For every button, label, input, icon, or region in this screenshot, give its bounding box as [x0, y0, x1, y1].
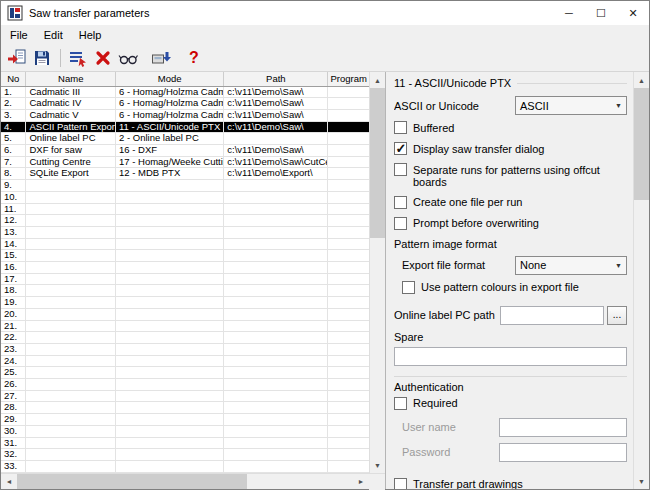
password-input[interactable] [499, 443, 627, 462]
cell-name[interactable]: SQLite Export [26, 168, 116, 180]
export-file-format-dropdown[interactable]: None ▼ [515, 256, 627, 275]
cell-path[interactable] [224, 285, 328, 297]
panel-vertical-scrollbar[interactable]: ▲ ▼ [633, 72, 649, 489]
cell-mode[interactable] [116, 285, 224, 297]
cell-path[interactable] [224, 437, 328, 449]
cell-mode[interactable]: 11 - ASCII/Unicode PTX [116, 121, 224, 133]
cell-path[interactable]: c:\v11\Demo\Export\ [224, 168, 328, 180]
scrollbar-thumb[interactable] [17, 474, 247, 489]
cell-path[interactable]: c:\v11\Demo\Saw\ [224, 121, 328, 133]
checkbox-box[interactable] [394, 142, 407, 155]
cell-path[interactable] [224, 308, 328, 320]
cell-mode[interactable] [116, 262, 224, 274]
prompt-before-overwriting-checkbox[interactable]: Prompt before overwriting [394, 217, 627, 230]
cell-name[interactable] [26, 215, 116, 227]
cell-name[interactable] [26, 332, 116, 344]
table-row[interactable]: 20. [1, 308, 369, 320]
cell-mode[interactable]: 2 - Online label PC [116, 133, 224, 145]
cell-path[interactable] [224, 367, 328, 379]
create-one-file-per-run-checkbox[interactable]: Create one file per run [394, 196, 627, 209]
cell-mode[interactable] [116, 180, 224, 192]
cell-no[interactable]: 21. [1, 320, 26, 332]
cell-mode[interactable] [116, 250, 224, 262]
table-row[interactable]: 18. [1, 285, 369, 297]
cell-mode[interactable] [116, 402, 224, 414]
table-row[interactable]: 2.Cadmatic IV6 - Homag/Holzma Cadmatic I… [1, 98, 369, 110]
cell-program[interactable] [328, 145, 369, 157]
table-row[interactable]: 8.SQLite Export12 - MDB PTXc:\v11\Demo\E… [1, 168, 369, 180]
cell-mode[interactable] [116, 437, 224, 449]
cell-mode[interactable]: 6 - Homag/Holzma Cadmatic III/IV/V [116, 98, 224, 110]
table-row[interactable]: 30. [1, 425, 369, 437]
cell-mode[interactable] [116, 273, 224, 285]
maximize-button[interactable]: ☐ [585, 1, 617, 25]
send-to-saw-icon[interactable] [149, 47, 173, 70]
cell-no[interactable]: 2. [1, 98, 26, 110]
cell-mode[interactable] [116, 461, 224, 473]
cell-path[interactable] [224, 215, 328, 227]
cell-path[interactable] [224, 133, 328, 145]
cell-mode[interactable]: 12 - MDB PTX [116, 168, 224, 180]
cell-program[interactable] [328, 191, 369, 203]
cell-no[interactable]: 10. [1, 191, 26, 203]
cell-path[interactable] [224, 238, 328, 250]
column-header-mode[interactable]: Mode [116, 72, 224, 86]
cell-no[interactable]: 28. [1, 402, 26, 414]
checkbox-box[interactable] [394, 196, 407, 209]
cell-name[interactable] [26, 343, 116, 355]
cell-mode[interactable]: 16 - DXF [116, 145, 224, 157]
cell-program[interactable] [328, 98, 369, 110]
save-icon[interactable] [30, 47, 54, 70]
table-row[interactable]: 17. [1, 273, 369, 285]
cell-mode[interactable] [116, 390, 224, 402]
table-row[interactable]: 29. [1, 414, 369, 426]
cell-mode[interactable] [116, 414, 224, 426]
table-row[interactable]: 3.Cadmatic V6 - Homag/Holzma Cadmatic II… [1, 109, 369, 121]
cell-path[interactable]: c:\v11\Demo\Saw\ [224, 109, 328, 121]
cell-mode[interactable] [116, 203, 224, 215]
cell-path[interactable] [224, 414, 328, 426]
list-edit-icon[interactable] [66, 47, 90, 70]
scrollbar-thumb[interactable] [634, 88, 649, 200]
authentication-required-checkbox[interactable]: Required [394, 397, 627, 410]
cell-name[interactable] [26, 273, 116, 285]
cell-no[interactable]: 26. [1, 379, 26, 391]
cell-program[interactable] [328, 262, 369, 274]
cell-program[interactable] [328, 180, 369, 192]
cell-name[interactable] [26, 226, 116, 238]
cell-name[interactable] [26, 390, 116, 402]
table-row[interactable]: 16. [1, 262, 369, 274]
cell-name[interactable]: Cadmatic V [26, 109, 116, 121]
table-row[interactable]: 31. [1, 437, 369, 449]
cell-program[interactable] [328, 156, 369, 168]
use-pattern-colours-checkbox[interactable]: Use pattern colours in export file [402, 281, 627, 294]
cell-no[interactable]: 19. [1, 297, 26, 309]
cell-path[interactable] [224, 355, 328, 367]
cell-program[interactable] [328, 308, 369, 320]
table-row[interactable]: 14. [1, 238, 369, 250]
column-header-program-name[interactable]: Program name [328, 72, 369, 86]
cell-no[interactable]: 18. [1, 285, 26, 297]
cell-no[interactable]: 7. [1, 156, 26, 168]
cell-program[interactable] [328, 133, 369, 145]
scroll-left-icon[interactable]: ◄ [1, 474, 17, 489]
import-icon[interactable] [5, 47, 29, 70]
transfer-part-drawings-checkbox[interactable]: Transfer part drawings [394, 478, 627, 490]
cell-program[interactable] [328, 215, 369, 227]
cell-no[interactable]: 3. [1, 109, 26, 121]
cell-path[interactable]: c:\v11\Demo\Saw\ [224, 86, 328, 98]
cell-mode[interactable] [116, 379, 224, 391]
cell-path[interactable] [224, 226, 328, 238]
menu-edit[interactable]: Edit [36, 26, 71, 44]
checkbox-box[interactable] [394, 163, 407, 176]
cell-path[interactable]: c:\v11\Demo\Saw\CutCentre\ [224, 156, 328, 168]
cell-name[interactable] [26, 425, 116, 437]
scrollbar-thumb[interactable] [370, 88, 385, 238]
cell-no[interactable]: 1. [1, 86, 26, 98]
cell-path[interactable] [224, 390, 328, 402]
table-vertical-scrollbar[interactable]: ▲ ▼ [369, 72, 385, 473]
table-row[interactable]: 6.DXF for saw16 - DXFc:\v11\Demo\Saw\ [1, 145, 369, 157]
cell-name[interactable] [26, 414, 116, 426]
cell-program[interactable] [328, 203, 369, 215]
cell-program[interactable] [328, 414, 369, 426]
